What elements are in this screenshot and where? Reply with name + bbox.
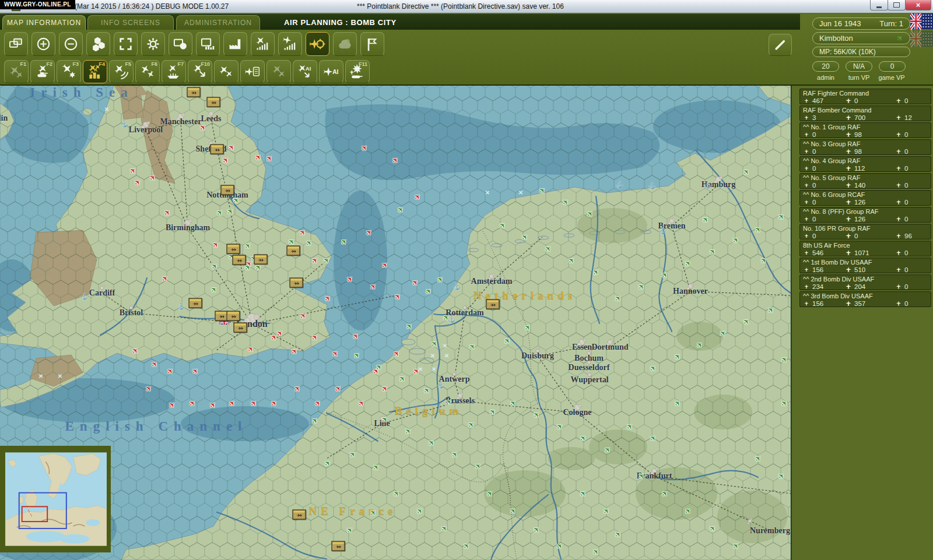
ground-support-button[interactable]: F2 bbox=[30, 60, 55, 83]
zoom-out-button[interactable] bbox=[59, 32, 83, 56]
air-unit-red[interactable]: ✈ bbox=[323, 294, 333, 304]
air-unit-green[interactable]: ✈ bbox=[673, 399, 683, 408]
air-unit-red[interactable]: ✈ bbox=[167, 400, 177, 410]
air-unit-green[interactable]: ✈ bbox=[405, 322, 415, 332]
tab-map-information[interactable]: MAP INFORMATION bbox=[2, 15, 86, 30]
air-unit-green[interactable]: ✈ bbox=[708, 247, 718, 257]
air-unit-green[interactable]: ✈ bbox=[602, 506, 612, 516]
air-unit-green[interactable]: ✈ bbox=[660, 270, 670, 280]
air-unit-red[interactable]: ✈ bbox=[293, 384, 303, 394]
air-unit-green[interactable]: ✈ bbox=[742, 167, 752, 177]
air-unit-green[interactable]: ✈ bbox=[683, 506, 693, 516]
air-unit-green[interactable]: ✈ bbox=[701, 215, 711, 225]
air-group-row-2nd-bomb-div-usaaf[interactable]: ^^ 2nd Bomb Div USAAF2342040 bbox=[799, 274, 931, 290]
air-unit-green[interactable]: ✈ bbox=[538, 186, 548, 196]
air-unit-red[interactable]: ✈ bbox=[227, 143, 237, 153]
air-unit-green[interactable]: ✈ bbox=[613, 294, 623, 304]
air-unit-green[interactable]: ✈ bbox=[777, 471, 787, 481]
air-unit-green[interactable]: ✈ bbox=[753, 225, 763, 235]
air-unit-red[interactable]: ✈ bbox=[411, 278, 420, 288]
location-pill[interactable]: Kimbolton ✈ bbox=[812, 32, 910, 44]
air-unit-green[interactable]: ✈ bbox=[345, 526, 355, 536]
air-group-row-no-106-pr-group-raf[interactable]: No. 106 PR Group RAF0096 bbox=[799, 224, 931, 240]
air-targeting-button[interactable] bbox=[306, 32, 329, 56]
air-unit-green[interactable]: ✈ bbox=[392, 489, 402, 499]
air-unit-green[interactable]: ✈ bbox=[777, 212, 787, 222]
air-unit-green[interactable]: ✈ bbox=[673, 352, 683, 362]
air-unit-green[interactable]: ✈ bbox=[731, 235, 741, 245]
ground-unit-counter[interactable]: ✈✈ bbox=[233, 255, 246, 265]
tab-info-screens[interactable]: INFO SCREENS bbox=[87, 15, 174, 30]
air-unit-green[interactable]: ✈ bbox=[683, 259, 693, 269]
air-pair-button[interactable] bbox=[266, 60, 291, 83]
air-unit-red[interactable]: ✈ bbox=[133, 178, 143, 188]
ground-battle-button[interactable]: F11 bbox=[345, 60, 370, 83]
air-unit-green[interactable]: ✈ bbox=[567, 256, 577, 266]
ground-unit-counter[interactable]: ✈✈ bbox=[189, 298, 202, 308]
air-unit-green[interactable]: ✈ bbox=[498, 221, 508, 231]
air-unit-green[interactable]: ✈ bbox=[780, 355, 790, 365]
air-unit-red[interactable]: ✈ bbox=[246, 344, 256, 354]
ground-unit-counter[interactable]: ✈✈ bbox=[227, 244, 240, 254]
air-unit-green[interactable]: ✈ bbox=[209, 285, 219, 295]
escort-button[interactable] bbox=[214, 60, 238, 83]
factory-display-button[interactable] bbox=[223, 32, 247, 56]
air-unit-red[interactable]: ✈ bbox=[313, 399, 323, 408]
air-group-row-8th-us-air-force[interactable]: 8th US Air Force54610710 bbox=[799, 241, 931, 256]
air-group-row-no-4-group-raf[interactable]: ^^ No. 4 Group RAF01120 bbox=[799, 156, 931, 172]
ground-attack-button[interactable]: F3 bbox=[57, 60, 81, 83]
hex-grid-button[interactable] bbox=[86, 32, 110, 56]
air-group-row-raf-bomber-command[interactable]: RAF Bomber Command370012 bbox=[799, 105, 931, 121]
air-unit-green[interactable]: ✈ bbox=[660, 489, 670, 499]
map-viewport[interactable]: ManchesterLeedsLiverpoolSheffieldNotting… bbox=[0, 86, 791, 560]
air-unit-green[interactable]: ✈ bbox=[371, 463, 381, 473]
air-unit-red[interactable]: ✈ bbox=[144, 384, 154, 394]
air-unit-green[interactable]: ✈ bbox=[424, 287, 434, 297]
air-unit-red[interactable]: ✈ bbox=[221, 156, 231, 165]
air-unit-red[interactable]: ✈ bbox=[380, 384, 390, 394]
ground-unit-counter[interactable]: ✈✈ bbox=[234, 323, 247, 333]
air-unit-green[interactable]: ✈ bbox=[396, 205, 406, 215]
zoom-in-button[interactable] bbox=[31, 32, 55, 56]
air-unit-red[interactable]: ✈ bbox=[128, 166, 138, 176]
air-unit-red[interactable]: ✈ bbox=[150, 360, 160, 369]
air-unit-green[interactable]: ✈ bbox=[473, 462, 483, 471]
air-unit-green[interactable]: ✈ bbox=[243, 241, 253, 251]
air-unit-red[interactable]: ✈ bbox=[334, 384, 343, 394]
air-unit-green[interactable]: ✈ bbox=[430, 339, 440, 349]
air-unit-red[interactable]: ✈ bbox=[364, 228, 374, 238]
air-group-row-no-6-group-rcaf[interactable]: ^^ No. 6 Group RCAF01260 bbox=[799, 190, 931, 206]
air-unit-green[interactable]: ✈ bbox=[543, 244, 553, 254]
air-unit-red[interactable]: ✈ bbox=[357, 399, 367, 408]
air-unit-green[interactable]: ✈ bbox=[352, 351, 362, 361]
air-group-row-no-1-group-raf[interactable]: ^^ No. 1 Group RAF0980 bbox=[799, 122, 931, 138]
air-unit-green[interactable]: ✈ bbox=[561, 198, 571, 207]
air-unit-red[interactable]: ✈ bbox=[265, 154, 275, 164]
ground-unit-counter[interactable]: ✈✈ bbox=[227, 311, 240, 321]
air-unit-green[interactable]: ✈ bbox=[440, 524, 450, 534]
air-group-row-3rd-bomb-div-usaaf[interactable]: ^^ 3rd Bomb Div USAAF1563570 bbox=[799, 291, 931, 307]
air-unit-red[interactable]: ✈ bbox=[299, 311, 308, 321]
air-unit-green[interactable]: ✈ bbox=[625, 422, 635, 432]
tab-administration[interactable]: ADMINISTRATION bbox=[176, 15, 260, 30]
air-unit-green[interactable]: ✈ bbox=[226, 207, 236, 217]
air-unit-green[interactable]: ✈ bbox=[415, 506, 425, 516]
air-unit-red[interactable]: ✈ bbox=[227, 399, 237, 408]
air-unit-green[interactable]: ✈ bbox=[718, 329, 728, 339]
air-unit-green[interactable]: ✈ bbox=[488, 407, 498, 417]
air-group-row-1st-bomb-div-usaaf[interactable]: ^^ 1st Bomb Div USAAF1565100 bbox=[799, 258, 931, 273]
unit-display-button[interactable] bbox=[169, 32, 192, 56]
air-unit-red[interactable]: ✈ bbox=[310, 333, 320, 343]
air-unit-red[interactable]: ✈ bbox=[369, 282, 378, 292]
air-unit-green[interactable]: ✈ bbox=[585, 209, 595, 219]
ground-unit-counter[interactable]: ✈✈ bbox=[486, 300, 500, 309]
air-group-row-no-3-group-raf[interactable]: ^^ No. 3 Group RAF0980 bbox=[799, 139, 931, 155]
air-unit-green[interactable]: ✈ bbox=[780, 399, 790, 408]
air-unit-red[interactable]: ✈ bbox=[360, 143, 370, 153]
settings-button[interactable] bbox=[141, 32, 165, 56]
info-window-button[interactable] bbox=[196, 32, 220, 56]
air-unit-green[interactable]: ✈ bbox=[648, 434, 658, 443]
air-unit-red[interactable]: ✈ bbox=[131, 346, 141, 356]
ground-unit-counter[interactable]: ✈✈ bbox=[287, 246, 300, 256]
air-unit-green[interactable]: ✈ bbox=[648, 364, 658, 374]
